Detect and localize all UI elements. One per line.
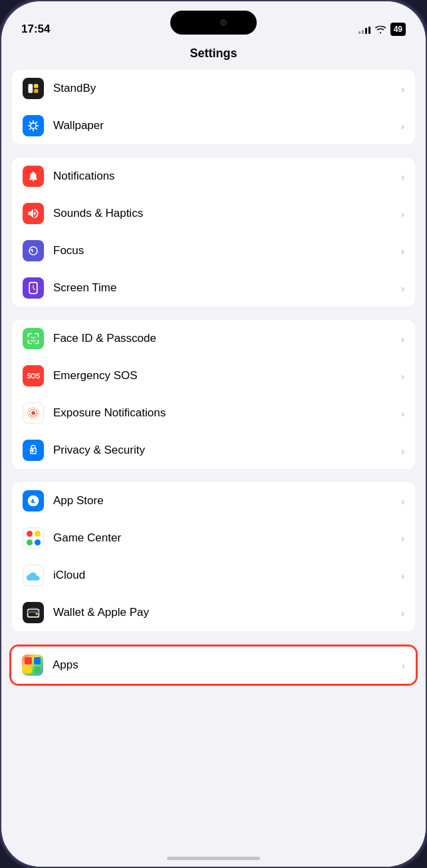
gamecenter-chevron: › [401, 533, 404, 544]
standby-icon [23, 78, 44, 99]
svg-line-8 [29, 122, 31, 123]
wifi-icon [374, 25, 386, 34]
sos-icon: SOS [23, 365, 44, 386]
screen: 17:54 49 Settings [1, 1, 426, 867]
svg-rect-1 [34, 84, 39, 88]
notifications-icon [23, 166, 44, 187]
settings-row-wallet[interactable]: Wallet & Apple Pay › [12, 594, 415, 631]
sounds-icon [23, 203, 44, 224]
notifications-label: Notifications [53, 170, 401, 183]
screentime-chevron: › [401, 283, 404, 294]
signal-bar-4 [368, 27, 370, 34]
appstore-label: App Store [53, 494, 401, 507]
settings-group-3: Face ID & Passcode › SOS Emergency SOS › [12, 320, 415, 469]
svg-line-9 [36, 128, 37, 130]
bottom-spacer [1, 699, 426, 719]
faceid-label: Face ID & Passcode [53, 332, 401, 345]
sounds-chevron: › [401, 208, 404, 219]
settings-row-screentime[interactable]: Screen Time › [12, 269, 415, 307]
focus-label: Focus [53, 244, 401, 257]
privacy-label: Privacy & Security [53, 444, 401, 457]
faceid-icon [23, 328, 44, 349]
focus-icon [23, 240, 44, 261]
screentime-icon [23, 277, 44, 299]
svg-point-16 [31, 411, 35, 415]
apps-label: Apps [53, 658, 402, 672]
signal-bar-2 [362, 30, 364, 34]
sos-chevron: › [401, 370, 404, 382]
icloud-icon [23, 565, 44, 586]
settings-row-standby[interactable]: StandBy › [12, 70, 415, 107]
exposure-chevron: › [401, 408, 404, 419]
exposure-icon [23, 402, 44, 424]
svg-rect-2 [34, 89, 39, 93]
signal-bars [358, 25, 370, 34]
sos-label: Emergency SOS [53, 369, 401, 382]
screentime-label: Screen Time [53, 281, 401, 295]
wallet-icon [23, 602, 44, 623]
gamecenter-icon [23, 527, 44, 549]
privacy-icon [23, 440, 44, 461]
page-title: Settings [1, 41, 426, 70]
signal-bar-1 [358, 31, 360, 34]
settings-group-2: Notifications › Sounds & Haptics › [12, 158, 415, 307]
settings-row-notifications[interactable]: Notifications › [12, 158, 415, 195]
settings-row-sos[interactable]: SOS Emergency SOS › [12, 357, 415, 394]
faceid-chevron: › [401, 333, 404, 345]
svg-rect-0 [29, 84, 33, 92]
svg-line-11 [29, 128, 31, 130]
settings-row-icloud[interactable]: iCloud › [12, 557, 415, 594]
home-indicator [167, 857, 260, 860]
wallet-label: Wallet & Apple Pay [53, 606, 401, 619]
settings-row-privacy[interactable]: Privacy & Security › [12, 432, 415, 469]
privacy-chevron: › [401, 445, 404, 456]
apps-icon [22, 654, 43, 676]
status-time: 17:54 [21, 23, 50, 36]
camera-dot [220, 19, 227, 26]
svg-rect-22 [35, 613, 37, 615]
focus-chevron: › [401, 245, 404, 257]
wallet-chevron: › [401, 607, 404, 619]
exposure-label: Exposure Notifications [53, 406, 401, 420]
dynamic-island [170, 11, 257, 35]
settings-row-faceid[interactable]: Face ID & Passcode › [12, 320, 415, 357]
svg-point-13 [31, 337, 33, 338]
svg-point-3 [31, 123, 36, 128]
wallpaper-icon [23, 115, 44, 136]
icloud-label: iCloud [53, 569, 401, 582]
notifications-chevron: › [401, 171, 404, 182]
settings-row-gamecenter[interactable]: Game Center › [12, 519, 415, 557]
battery-indicator: 49 [390, 23, 406, 36]
svg-rect-21 [28, 611, 39, 613]
standby-chevron: › [401, 83, 404, 94]
settings-row-appstore[interactable]: App Store › [12, 482, 415, 519]
sounds-label: Sounds & Haptics [53, 207, 401, 220]
phone-frame: 17:54 49 Settings [0, 0, 427, 868]
status-icons: 49 [358, 23, 406, 36]
appstore-icon [23, 490, 44, 511]
icloud-chevron: › [401, 570, 404, 581]
svg-line-10 [36, 122, 37, 123]
wallpaper-chevron: › [401, 120, 404, 132]
highlighted-apps-group[interactable]: Apps › [9, 645, 418, 686]
settings-row-focus[interactable]: Focus › [12, 232, 415, 269]
appstore-chevron: › [401, 496, 404, 507]
settings-row-wallpaper[interactable]: Wallpaper › [12, 107, 415, 144]
wallpaper-label: Wallpaper [53, 119, 401, 132]
settings-group-1: StandBy › [12, 70, 415, 144]
settings-row-exposure[interactable]: Exposure Notifications › [12, 394, 415, 432]
settings-group-4: App Store › Game Center › [12, 482, 415, 631]
standby-label: StandBy [53, 82, 401, 95]
svg-point-14 [35, 337, 36, 338]
page-content[interactable]: Settings StandBy › [1, 41, 426, 867]
signal-bar-3 [365, 28, 367, 34]
gamecenter-label: Game Center [53, 531, 401, 545]
settings-row-sounds[interactable]: Sounds & Haptics › [12, 195, 415, 232]
settings-row-apps[interactable]: Apps › [11, 647, 416, 684]
apps-chevron: › [402, 660, 405, 671]
